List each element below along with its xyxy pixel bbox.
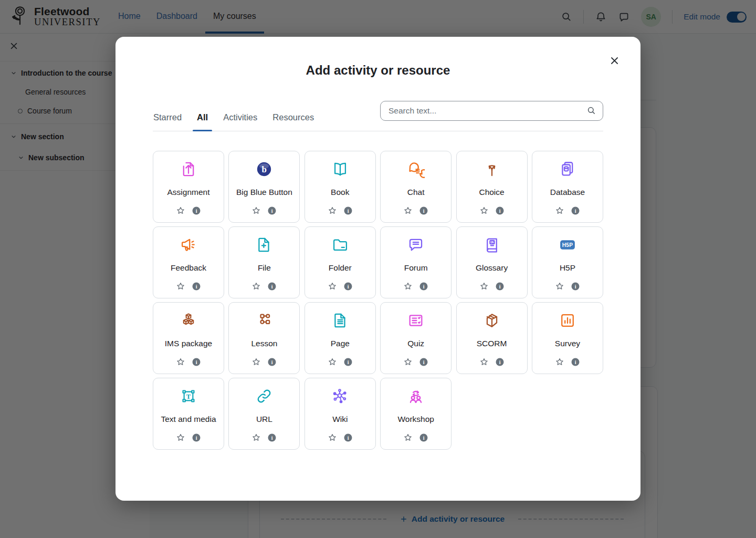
activity-card-forum[interactable]: Forum	[380, 226, 452, 298]
star-icon[interactable]	[479, 206, 489, 215]
activity-label: Chat	[407, 188, 425, 197]
activity-label: IMS package	[165, 339, 212, 348]
survey-icon	[559, 312, 576, 329]
star-icon[interactable]	[403, 282, 413, 291]
forum-icon	[407, 236, 425, 254]
star-icon[interactable]	[251, 433, 261, 442]
activity-card-file[interactable]: File	[228, 226, 300, 298]
activity-card-folder[interactable]: Folder	[304, 226, 376, 298]
activity-label: Big Blue Button	[236, 188, 292, 197]
star-icon[interactable]	[176, 206, 185, 215]
activity-label: Lesson	[251, 339, 277, 348]
activity-label: File	[258, 263, 271, 273]
tab-resources[interactable]: Resources	[272, 112, 314, 131]
star-icon[interactable]	[328, 357, 337, 367]
star-icon[interactable]	[251, 282, 261, 291]
assignment-icon	[180, 160, 197, 178]
info-icon[interactable]	[571, 206, 580, 215]
info-icon[interactable]	[192, 206, 201, 215]
info-icon[interactable]	[419, 282, 428, 291]
star-icon[interactable]	[555, 282, 564, 291]
activity-card-wiki[interactable]: Wiki	[304, 378, 376, 450]
activity-card-chat[interactable]: Chat	[380, 151, 452, 223]
star-icon[interactable]	[555, 357, 564, 367]
activity-label: Wiki	[332, 415, 348, 424]
info-icon[interactable]	[495, 357, 505, 367]
activity-card-survey[interactable]: Survey	[532, 302, 603, 374]
activity-card-page[interactable]: Page	[304, 302, 376, 374]
url-icon	[255, 387, 273, 405]
star-icon[interactable]	[479, 282, 489, 291]
star-icon[interactable]	[328, 206, 337, 215]
star-icon[interactable]	[176, 357, 185, 367]
info-icon[interactable]	[571, 357, 580, 367]
info-icon[interactable]	[192, 282, 201, 291]
info-icon[interactable]	[571, 282, 580, 291]
activity-card-big-blue-button[interactable]: Big Blue Button	[228, 151, 300, 223]
folder-icon	[331, 236, 349, 254]
info-icon[interactable]	[267, 206, 277, 215]
star-icon[interactable]	[403, 357, 413, 367]
info-icon[interactable]	[419, 433, 428, 442]
star-icon[interactable]	[176, 282, 185, 291]
info-icon[interactable]	[343, 282, 353, 291]
activity-label: SCORM	[477, 339, 507, 348]
activity-card-choice[interactable]: Choice	[456, 151, 528, 223]
feedback-icon	[180, 236, 197, 254]
info-icon[interactable]	[343, 206, 353, 215]
modal-title: Add activity or resource	[116, 63, 640, 78]
star-icon[interactable]	[251, 206, 261, 215]
activity-card-quiz[interactable]: Quiz	[380, 302, 452, 374]
activity-label: URL	[256, 415, 272, 424]
tab-starred[interactable]: Starred	[153, 112, 182, 131]
activity-card-text-and-media[interactable]: Text and media	[153, 378, 224, 450]
activity-label: Feedback	[171, 263, 206, 273]
wiki-icon	[331, 387, 349, 405]
star-icon[interactable]	[555, 206, 564, 215]
tab-activities[interactable]: Activities	[223, 112, 258, 131]
star-icon[interactable]	[328, 282, 337, 291]
star-icon[interactable]	[403, 206, 413, 215]
info-icon[interactable]	[495, 206, 505, 215]
star-icon[interactable]	[479, 357, 489, 367]
close-icon[interactable]	[607, 54, 622, 69]
activity-card-scorm[interactable]: SCORM	[456, 302, 528, 374]
star-icon[interactable]	[403, 433, 413, 442]
tab-all[interactable]: All	[196, 112, 208, 131]
activity-card-lesson[interactable]: Lesson	[228, 302, 300, 374]
activity-label: Folder	[329, 263, 352, 273]
activity-card-workshop[interactable]: Workshop	[380, 378, 452, 450]
info-icon[interactable]	[267, 282, 277, 291]
activity-label: Forum	[404, 263, 428, 273]
info-icon[interactable]	[495, 282, 505, 291]
book-icon	[331, 160, 349, 178]
activity-card-ims-package[interactable]: IMS package	[153, 302, 224, 374]
info-icon[interactable]	[267, 357, 277, 367]
text-media-icon	[180, 387, 197, 405]
add-activity-modal: Add activity or resource Starred All Act…	[116, 37, 640, 501]
info-icon[interactable]	[192, 357, 201, 367]
lesson-icon	[255, 312, 273, 329]
activity-card-assignment[interactable]: Assignment	[153, 151, 224, 223]
info-icon[interactable]	[267, 433, 277, 442]
activity-card-database[interactable]: Database	[532, 151, 603, 223]
activity-label: Glossary	[476, 263, 508, 273]
info-icon[interactable]	[343, 433, 353, 442]
activity-card-feedback[interactable]: Feedback	[153, 226, 224, 298]
star-icon[interactable]	[176, 433, 185, 442]
h5p-icon	[559, 236, 576, 254]
info-icon[interactable]	[419, 206, 428, 215]
star-icon[interactable]	[328, 433, 337, 442]
activity-card-book[interactable]: Book	[304, 151, 376, 223]
activity-card-url[interactable]: URL	[228, 378, 300, 450]
info-icon[interactable]	[419, 357, 428, 367]
workshop-icon	[407, 387, 425, 405]
info-icon[interactable]	[343, 357, 353, 367]
info-icon[interactable]	[192, 433, 201, 442]
search-input[interactable]	[380, 101, 603, 121]
star-icon[interactable]	[251, 357, 261, 367]
activity-label: H5P	[560, 263, 575, 273]
activity-card-glossary[interactable]: Glossary	[456, 226, 528, 298]
activity-label: Text and media	[161, 415, 216, 424]
activity-card-h5p[interactable]: H5P	[532, 226, 603, 298]
